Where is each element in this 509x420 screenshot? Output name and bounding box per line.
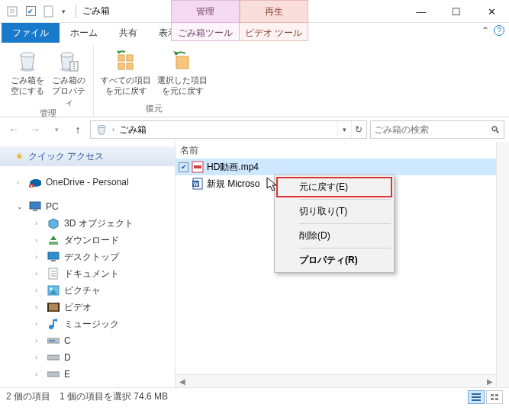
svg-point-36 [50,288,53,290]
tab-video-tools[interactable]: ビデオ ツール [240,23,308,41]
ctx-restore[interactable]: 元に戻す(E) [276,177,392,197]
svg-rect-29 [48,252,59,259]
view-details-button[interactable] [468,390,485,404]
word-file-icon: W [192,178,204,190]
status-selection: 1 個の項目を選択 74.6 MB [60,390,168,403]
collapse-icon[interactable]: ⌄ [17,203,24,210]
qat-dropdown-icon[interactable]: ▾ [60,8,68,15]
close-button[interactable]: ✕ [474,0,509,23]
videos-icon [47,301,60,313]
recycle-props-button[interactable]: ごみ箱の プロパティ [49,49,89,107]
scroll-right-icon[interactable]: ▶ [483,377,496,386]
tab-home[interactable]: ホーム [60,23,108,43]
nav-drive-e[interactable]: ›E [0,366,175,383]
maximize-button[interactable]: ☐ [439,0,474,23]
view-large-button[interactable] [486,390,503,404]
svg-text:W: W [193,181,198,187]
ribbon-group-restore: 復元 [98,103,210,117]
qat-doc-icon[interactable] [41,4,56,19]
restore-selection-button[interactable]: 選択した項目 を元に戻す [155,49,210,97]
nav-drive-f[interactable]: F [0,383,175,387]
music-icon [47,318,60,330]
address-bar[interactable]: › ごみ箱 ▾ ↻ [90,120,367,139]
svg-text:✕: ✕ [30,184,33,188]
svg-point-8 [61,53,73,57]
collapse-ribbon-icon[interactable]: ⌃ [482,25,489,36]
svg-marker-28 [50,236,56,240]
scroll-left-icon[interactable]: ◀ [176,377,188,386]
nav-recent-dropdown[interactable]: ▾ [47,120,66,139]
svg-rect-40 [47,303,49,312]
nav-3d-objects[interactable]: ›3D オブジェクト [0,215,175,232]
titlebar: ▾ ごみ箱 管理 再生 — ☐ ✕ [0,0,509,23]
column-header-name[interactable]: 名前 [176,142,496,159]
ctx-delete[interactable]: 削除(D) [276,226,392,246]
nav-onedrive[interactable]: › ✕ OneDrive - Personal [0,174,175,191]
svg-rect-15 [118,63,124,69]
ctx-properties[interactable]: プロパティ(R) [276,250,392,271]
recycle-bin-props-icon [56,49,81,73]
video-file-icon [192,161,204,173]
chevron-right-icon[interactable]: › [111,126,116,133]
file-row[interactable]: HD動画.mp4 [176,159,496,175]
objects3d-icon [47,217,60,229]
restore-all-button[interactable]: すべての項目 を元に戻す [98,49,153,97]
svg-point-11 [73,66,75,67]
nav-drive-d[interactable]: ›D [0,349,175,366]
vertical-scrollbar[interactable] [496,142,509,387]
checkbox-icon[interactable] [179,162,188,172]
status-item-count: 2 個の項目 [6,390,50,403]
separator [76,5,76,18]
nav-downloads[interactable]: ›ダウンロード [0,232,175,248]
svg-rect-16 [127,63,133,69]
svg-marker-19 [173,51,179,55]
nav-music[interactable]: ›ミュージック [0,316,175,332]
svg-rect-58 [495,394,498,396]
svg-rect-50 [194,165,201,168]
svg-rect-18 [176,56,188,69]
svg-rect-30 [51,260,56,261]
search-input[interactable] [374,124,491,135]
svg-rect-45 [49,340,55,341]
svg-point-10 [73,63,75,65]
nav-drive-c[interactable]: ›C [0,332,175,349]
help-icon[interactable]: ? [494,25,504,36]
refresh-button[interactable]: ↻ [351,121,365,138]
tab-recycle-tools[interactable]: ごみ箱ツール [171,23,240,41]
svg-rect-24 [30,202,40,209]
nav-videos[interactable]: ›ビデオ [0,299,175,316]
ribbon-group-manage: 管理 [8,107,89,121]
context-tab-play[interactable]: 再生 [240,0,308,23]
svg-rect-14 [127,55,133,61]
nav-desktop[interactable]: ›デスクトップ [0,248,175,265]
nav-pictures[interactable]: ›ピクチャ [0,282,175,299]
ctx-cut[interactable]: 切り取り(T) [276,201,392,222]
expand-icon[interactable]: › [17,178,24,186]
nav-documents[interactable]: ›ドキュメント [0,265,175,282]
nav-back-button[interactable]: ← [5,120,23,139]
nav-pane[interactable]: ★ クイック アクセス › ✕ OneDrive - Personal ⌄ PC… [0,142,176,387]
svg-rect-60 [495,398,498,400]
search-box[interactable]: 🔍︎ [370,120,504,139]
search-icon[interactable]: 🔍︎ [491,124,501,136]
main: ★ クイック アクセス › ✕ OneDrive - Personal ⌄ PC… [0,142,509,387]
recycle-bin-empty-icon [15,49,40,73]
tab-share[interactable]: 共有 [108,23,148,43]
horizontal-scrollbar[interactable]: ◀ ▶ [176,374,496,387]
qat-properties-icon[interactable] [5,4,20,19]
minimize-button[interactable]: — [404,0,439,23]
desktop-icon [47,251,60,263]
empty-recycle-button[interactable]: ごみ箱を 空にする [8,49,47,97]
nav-pc[interactable]: ⌄ PC [0,198,175,215]
restore-all-icon [114,49,138,73]
quick-access-header[interactable]: ★ クイック アクセス [0,146,175,166]
nav-up-button[interactable]: ↑ [69,120,87,139]
context-tab-manage[interactable]: 管理 [171,0,240,23]
nav-forward-button[interactable]: → [26,120,44,139]
breadcrumb-root[interactable]: ごみ箱 [116,123,150,136]
address-dropdown-icon[interactable]: ▾ [337,121,351,138]
qat-checkbox-icon[interactable] [23,4,38,19]
tab-file[interactable]: ファイル [2,23,60,43]
svg-rect-57 [491,394,494,396]
separator [299,248,391,248]
